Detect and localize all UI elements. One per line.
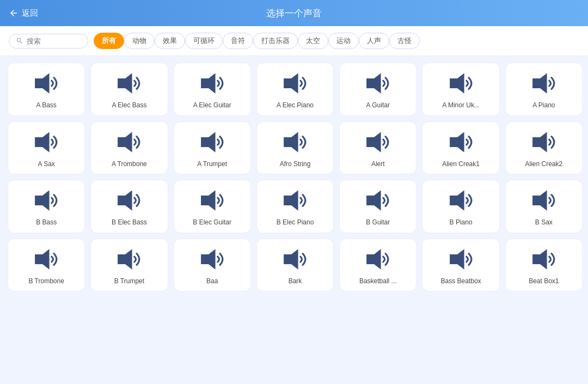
svg-marker-27 [532,249,547,270]
svg-marker-0 [35,73,49,94]
svg-marker-15 [118,190,132,211]
filter-btn-space[interactable]: 太空 [298,33,328,49]
sound-label: B Elec Piano [277,218,314,227]
back-button[interactable]: 返回 [9,8,38,19]
search-input[interactable] [27,37,81,45]
sound-label: Alert [371,160,385,169]
svg-marker-26 [450,249,464,270]
sound-card[interactable]: Afro String [256,121,334,175]
sound-card[interactable]: B Elec Piano [256,180,334,233]
svg-marker-16 [201,190,215,211]
sound-label: A Piano [532,101,555,110]
main-content: A Bass A Elec Bass A Elec Guitar A Ele [0,56,588,384]
sound-card[interactable]: B Elec Guitar [174,180,251,233]
sound-card[interactable]: Alien Creak2 [505,121,583,175]
filter-btn-sport[interactable]: 运动 [328,33,359,49]
svg-marker-8 [118,132,132,153]
svg-marker-4 [366,73,381,94]
sound-card[interactable]: Bark [256,239,334,292]
sound-label: B Sax [535,218,553,227]
sound-card[interactable]: A Trombone [90,121,168,175]
sound-label: Alien Creak1 [442,160,480,169]
filter-btn-loop[interactable]: 可循环 [185,33,223,49]
sound-grid-container[interactable]: A Bass A Elec Bass A Elec Guitar A Ele [0,56,588,384]
sound-label: Alien Creak2 [525,160,563,169]
sound-card[interactable]: Basketball ... [339,239,416,292]
svg-marker-24 [284,249,298,270]
page-title: 选择一个声音 [266,7,322,20]
sound-label: B Piano [450,218,473,227]
svg-marker-17 [284,190,298,211]
filter-btn-all[interactable]: 所有 [94,33,124,49]
sound-card[interactable]: B Trumpet [90,239,168,292]
svg-marker-7 [35,132,49,153]
sound-card[interactable]: A Piano [505,63,583,116]
sound-card[interactable]: Baa [174,239,251,292]
sound-label: A Elec Guitar [193,101,231,110]
sound-label: B Elec Bass [112,218,147,227]
svg-marker-5 [450,73,464,94]
sound-card[interactable]: Bass Beatbox [422,239,499,292]
sound-label: Baa [206,277,218,286]
sound-card[interactable]: A Minor Uk... [422,63,499,116]
svg-marker-14 [35,190,49,211]
svg-marker-3 [284,73,298,94]
svg-marker-25 [366,249,381,270]
sound-card[interactable]: Beat Box1 [505,239,583,292]
sound-label: B Guitar [366,218,390,227]
sound-label: A Elec Piano [277,101,314,110]
sound-card[interactable]: A Bass [8,63,85,116]
svg-marker-18 [366,190,381,211]
filter-btn-animal[interactable]: 动物 [124,33,155,49]
sound-card[interactable]: B Sax [505,180,583,233]
filter-buttons: 所有动物效果可循环音符打击乐器太空运动人声古怪 [94,33,420,49]
svg-marker-21 [35,249,49,270]
search-box[interactable] [9,34,88,48]
svg-marker-22 [118,249,132,270]
filter-btn-vocal[interactable]: 人声 [359,33,389,49]
sound-label: Beat Box1 [529,277,559,286]
sound-label: Bark [289,277,302,286]
sound-label: Bass Beatbox [441,277,481,286]
svg-marker-9 [201,132,215,153]
filter-btn-weird[interactable]: 古怪 [389,33,420,49]
filter-btn-percussion[interactable]: 打击乐器 [253,33,298,49]
sound-card[interactable]: B Guitar [339,180,416,233]
svg-marker-11 [366,132,381,153]
header: 返回 选择一个声音 [0,0,588,26]
filter-btn-effect[interactable]: 效果 [155,33,185,49]
back-icon [9,8,19,18]
sound-card[interactable]: Alert [339,121,416,175]
svg-marker-19 [450,190,464,211]
sound-label: B Trumpet [114,277,144,286]
sound-label: Afro String [280,160,311,169]
back-label: 返回 [22,8,38,19]
filter-btn-note[interactable]: 音符 [223,33,253,49]
sound-label: A Bass [36,101,56,110]
sound-card[interactable]: A Sax [8,121,85,175]
filter-bar: 所有动物效果可循环音符打击乐器太空运动人声古怪 [0,26,588,56]
sound-label: B Trombone [28,277,64,286]
svg-marker-20 [532,190,547,211]
sound-card[interactable]: B Trombone [8,239,85,292]
sound-label: A Elec Bass [112,101,146,110]
sound-card[interactable]: B Elec Bass [90,180,168,233]
sound-card[interactable]: Alien Creak1 [422,121,499,175]
svg-marker-1 [118,73,132,94]
sound-card[interactable]: A Trumpet [174,121,251,175]
sound-label: A Sax [38,160,54,169]
sound-label: Basketball ... [359,277,397,286]
sound-label: A Trombone [112,160,147,169]
sound-grid: A Bass A Elec Bass A Elec Guitar A Ele [8,63,583,291]
svg-marker-6 [532,73,547,94]
svg-marker-13 [532,132,547,153]
sound-card[interactable]: A Elec Bass [90,63,168,116]
sound-card[interactable]: A Elec Guitar [174,63,251,116]
sound-card[interactable]: A Guitar [339,63,416,116]
sound-label: A Trumpet [197,160,227,169]
sound-label: A Guitar [366,101,390,110]
sound-card[interactable]: B Piano [422,180,499,233]
svg-marker-12 [450,132,464,153]
sound-card[interactable]: B Bass [8,180,85,233]
sound-card[interactable]: A Elec Piano [256,63,334,116]
